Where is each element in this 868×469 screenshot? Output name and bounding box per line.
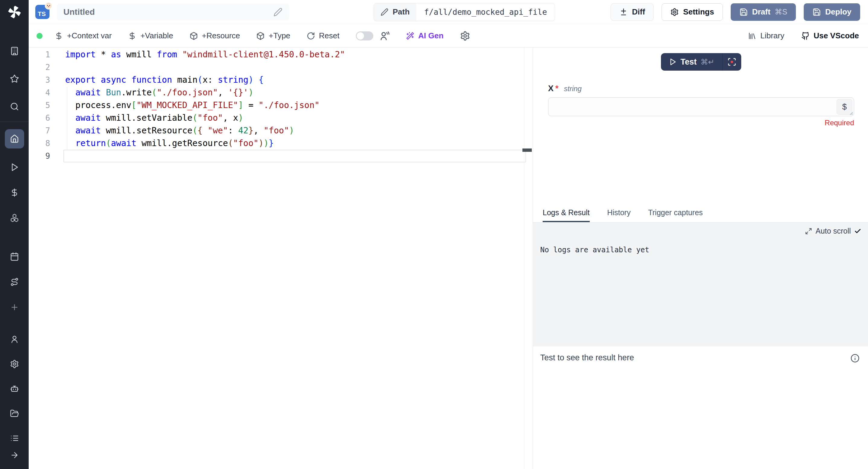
sidebar-item-robot[interactable]: [5, 382, 24, 395]
library-button[interactable]: Library: [748, 31, 784, 40]
capture-test-button[interactable]: [722, 53, 741, 71]
code-editor[interactable]: 1import * as wmill from "windmill-client…: [29, 48, 533, 469]
code-line-6[interactable]: 6 await wmill.setVariable("foo", x): [29, 112, 533, 124]
line-number[interactable]: 5: [29, 99, 63, 112]
typescript-badge-label: TS: [38, 10, 46, 18]
argument-x-input[interactable]: [548, 97, 854, 116]
settings-button-label: Settings: [683, 7, 714, 17]
sidebar-item-arrow-right[interactable]: [5, 448, 24, 462]
add-type-button[interactable]: +Type: [256, 31, 290, 40]
resize-handle[interactable]: [849, 111, 854, 116]
hub-icon: [10, 213, 19, 222]
sidebar-item-dollar[interactable]: [5, 186, 24, 199]
multiplayer-toggle[interactable]: [356, 31, 373, 40]
code-line-8[interactable]: 8 return(await wmill.getResource("foo"))…: [29, 137, 533, 150]
sidebar-item-calendar[interactable]: [5, 250, 24, 263]
code-line-content[interactable]: import * as wmill from "windmill-client@…: [63, 48, 526, 61]
reset-button[interactable]: Reset: [307, 31, 340, 40]
sidebar-item-gear[interactable]: [5, 357, 24, 371]
tab-history[interactable]: History: [607, 208, 631, 222]
line-number[interactable]: 1: [29, 48, 63, 61]
edit-title-pencil-icon[interactable]: [273, 7, 282, 17]
code-line-content[interactable]: [63, 150, 526, 162]
settings-button[interactable]: Settings: [661, 3, 723, 21]
line-number[interactable]: 9: [29, 150, 63, 162]
argument-name: X: [548, 84, 554, 93]
sidebar-item-folder-open[interactable]: [5, 407, 24, 420]
auto-scroll-label: Auto scroll: [815, 227, 851, 236]
use-vscode-label: Use VScode: [814, 31, 859, 40]
editor-toolbar: +Context var +Variable +Resource +Type R…: [29, 24, 868, 48]
info-icon[interactable]: [850, 354, 860, 363]
sidebar-item-plus[interactable]: [5, 301, 24, 314]
ai-gen-button[interactable]: AI Gen: [406, 31, 444, 40]
line-number[interactable]: 7: [29, 124, 63, 137]
sidebar-item-list[interactable]: [5, 432, 24, 445]
code-line-4[interactable]: 4 await Bun.write("./foo.json", '{}'): [29, 86, 533, 99]
topbar-actions: Diff Settings Draft ⌘S Deploy: [611, 3, 860, 21]
add-resource-button[interactable]: +Resource: [189, 31, 240, 40]
save-icon: [812, 8, 821, 16]
code-line-content[interactable]: export async function main(x: string) {: [63, 74, 526, 86]
code-line-3[interactable]: 3export async function main(x: string) {: [29, 74, 533, 86]
code-line-content[interactable]: await wmill.setResource({ "we": 42}, "fo…: [63, 124, 526, 137]
line-number[interactable]: 8: [29, 137, 63, 150]
dollar-icon: [10, 188, 19, 197]
home-icon: [10, 134, 19, 143]
add-context-var-label: +Context var: [67, 31, 112, 40]
indent-guide: [67, 87, 67, 150]
script-title: Untitled: [63, 7, 273, 17]
line-number[interactable]: 2: [29, 61, 63, 74]
code-line-1[interactable]: 1import * as wmill from "windmill-client…: [29, 48, 533, 61]
run-panel: Test ⌘↵ X * string: [533, 48, 868, 469]
code-line-content[interactable]: [63, 61, 526, 74]
draft-button[interactable]: Draft ⌘S: [731, 3, 796, 21]
plus-icon: [10, 303, 19, 312]
test-button[interactable]: Test ⌘↵: [661, 53, 722, 71]
use-vscode-button[interactable]: Use VScode: [801, 31, 859, 40]
path-selector[interactable]: Path f/all/demo_mocked_api_file: [374, 3, 555, 21]
tab-trigger-captures[interactable]: Trigger captures: [648, 208, 703, 222]
line-number[interactable]: 4: [29, 86, 63, 99]
sidebar-item-routes[interactable]: [5, 275, 24, 288]
sidebar-item-home[interactable]: [5, 129, 24, 149]
script-title-field[interactable]: Untitled: [57, 4, 289, 21]
auto-scroll-control[interactable]: Auto scroll: [533, 222, 868, 236]
tab-logs-result[interactable]: Logs & Result: [542, 208, 590, 222]
windmill-logo[interactable]: [7, 5, 22, 19]
code-line-content[interactable]: await wmill.setVariable("foo", x): [63, 112, 526, 124]
expand-icon: [805, 227, 812, 235]
package-icon: [189, 32, 198, 40]
sidebar-item-building[interactable]: [5, 44, 24, 58]
sidebar-item-hub[interactable]: [5, 211, 24, 224]
line-number[interactable]: 3: [29, 74, 63, 86]
sidebar-item-play[interactable]: [5, 161, 24, 174]
arguments-form: Test ⌘↵ X * string: [533, 48, 868, 204]
sidebar-item-star[interactable]: [5, 72, 24, 85]
code-line-content[interactable]: return(await wmill.getResource("foo"))}: [63, 137, 526, 150]
library-label: Library: [760, 31, 784, 40]
sidebar: [0, 0, 29, 469]
code-line-2[interactable]: 2: [29, 61, 533, 74]
line-number[interactable]: 6: [29, 112, 63, 124]
code-line-9[interactable]: 9: [29, 150, 533, 162]
sidebar-item-user[interactable]: [5, 333, 24, 346]
code-line-5[interactable]: 5 process.env["WM_MOCKED_API_FILE"] = ".…: [29, 99, 533, 112]
code-line-content[interactable]: process.env["WM_MOCKED_API_FILE"] = "./f…: [63, 99, 526, 112]
argument-type: string: [564, 85, 582, 93]
multiplayer-users-icon[interactable]: [379, 31, 390, 41]
deploy-button[interactable]: Deploy: [804, 3, 860, 21]
test-button-wrap: Test ⌘↵: [661, 53, 741, 71]
add-variable-button[interactable]: +Variable: [128, 31, 173, 40]
add-variable-label: +Variable: [140, 31, 173, 40]
code-line-7[interactable]: 7 await wmill.setResource({ "we": 42}, "…: [29, 124, 533, 137]
editor-settings-gear-icon[interactable]: [460, 31, 470, 41]
sidebar-item-search[interactable]: [5, 100, 24, 113]
diff-icon: [619, 8, 628, 16]
code-line-content[interactable]: await Bun.write("./foo.json", '{}'): [63, 86, 526, 99]
add-resource-label: +Resource: [202, 31, 240, 40]
diff-button[interactable]: Diff: [611, 3, 654, 21]
status-dot: [36, 33, 42, 39]
result-panel: Test to see the result here: [533, 346, 868, 469]
add-context-var-button[interactable]: +Context var: [55, 31, 112, 40]
